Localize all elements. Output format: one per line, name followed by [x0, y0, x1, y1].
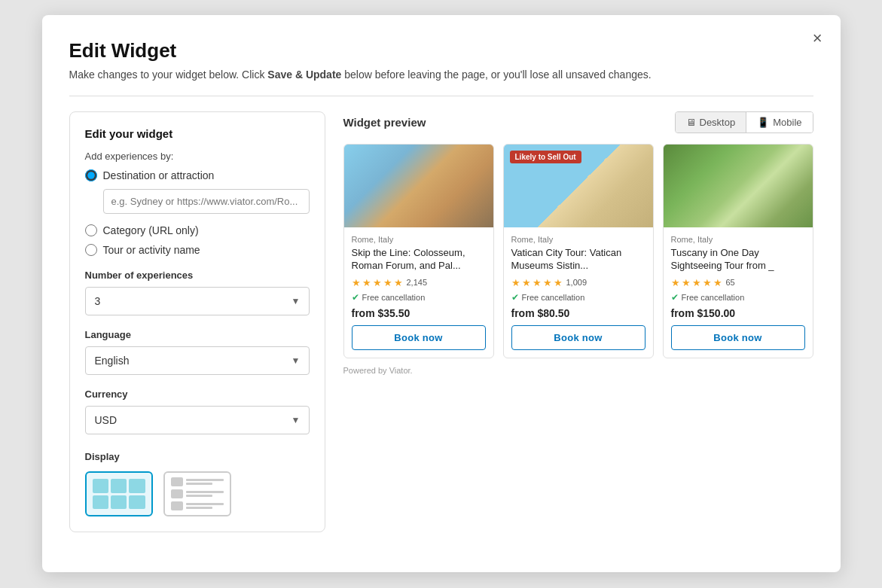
- rating-stars: ★★★★★ 2,145: [352, 277, 486, 288]
- radio-destination[interactable]: Destination or attraction: [85, 169, 310, 181]
- sell-out-badge: Likely to Sell Out: [510, 151, 581, 163]
- mobile-view-btn[interactable]: 📱 Mobile: [746, 112, 812, 133]
- half-star-icon: ★: [394, 277, 403, 288]
- star-icon: ★: [543, 277, 552, 288]
- product-card: Rome, Italy Skip the Line: Colosseum, Ro…: [343, 144, 494, 358]
- price: from $150.00: [671, 307, 805, 319]
- free-cancellation: ✔ Free cancellation: [671, 292, 805, 303]
- mobile-label: Mobile: [773, 117, 801, 128]
- star-icon: ★: [692, 277, 701, 288]
- star-icon: ★: [352, 277, 361, 288]
- display-options: [85, 471, 310, 516]
- left-panel: Edit your widget Add experiences by: Des…: [69, 111, 325, 532]
- display-label: Display: [85, 451, 310, 462]
- language-wrapper: English Spanish French ▼: [85, 346, 310, 375]
- card-image: [344, 145, 493, 227]
- currency-label: Currency: [85, 388, 310, 400]
- panel-title: Edit your widget: [85, 127, 310, 140]
- card-location: Rome, Italy: [671, 235, 805, 244]
- card-location: Rome, Italy: [511, 235, 645, 244]
- check-icon: ✔: [671, 292, 679, 303]
- modal-subtitle: Make changes to your widget below. Click…: [69, 69, 813, 81]
- star-icon: ★: [671, 277, 680, 288]
- book-now-button[interactable]: Book now: [352, 325, 486, 350]
- half-star-icon: ★: [713, 277, 722, 288]
- currency-select[interactable]: USD EUR GBP: [85, 406, 310, 434]
- card-body: Rome, Italy Vatican City Tour: Vatican M…: [504, 227, 653, 358]
- card-body: Rome, Italy Skip the Line: Colosseum, Ro…: [344, 227, 493, 358]
- destination-label: Destination or attraction: [103, 169, 215, 181]
- num-experiences-label: Number of experiences: [85, 270, 310, 281]
- modal-body: Edit your widget Add experiences by: Des…: [69, 111, 813, 532]
- desktop-view-btn[interactable]: 🖥 Desktop: [676, 112, 746, 133]
- desktop-icon: 🖥: [686, 117, 696, 128]
- rating-stars: ★★★★★ 65: [671, 277, 805, 288]
- preview-header: Widget preview 🖥 Desktop 📱 Mobile: [343, 111, 813, 133]
- product-card: Rome, Italy Tuscany in One Day Sightseei…: [663, 144, 813, 358]
- display-grid-option[interactable]: [85, 471, 153, 516]
- desktop-label: Desktop: [700, 117, 736, 128]
- preview-title: Widget preview: [343, 116, 426, 129]
- free-cancel-label: Free cancellation: [682, 293, 745, 302]
- view-toggle: 🖥 Desktop 📱 Mobile: [675, 111, 813, 133]
- check-icon: ✔: [511, 292, 519, 303]
- review-count: 1,009: [566, 278, 587, 287]
- card-image: Likely to Sell Out: [504, 145, 653, 227]
- modal-title: Edit Widget: [69, 39, 813, 62]
- language-select[interactable]: English Spanish French: [85, 346, 310, 375]
- destination-input[interactable]: [103, 189, 310, 214]
- radio-tour[interactable]: Tour or activity name: [85, 244, 310, 256]
- language-label: Language: [85, 329, 310, 340]
- add-by-label: Add experiences by:: [85, 151, 310, 162]
- free-cancellation: ✔ Free cancellation: [511, 292, 645, 303]
- card-location: Rome, Italy: [352, 235, 486, 244]
- grid-icon: [87, 473, 151, 515]
- book-now-button[interactable]: Book now: [671, 325, 805, 350]
- powered-by: Powered by Viator.: [343, 366, 813, 375]
- book-now-button[interactable]: Book now: [511, 325, 645, 350]
- price: from $35.50: [352, 307, 486, 319]
- radio-category[interactable]: Category (URL only): [85, 224, 310, 236]
- star-icon: ★: [682, 277, 691, 288]
- review-count: 2,145: [407, 278, 428, 287]
- star-icon: ★: [511, 277, 520, 288]
- rating-stars: ★★★★★ 1,009: [511, 277, 645, 288]
- card-title: Vatican City Tour: Vatican Museums Sisti…: [511, 247, 645, 273]
- product-card: Likely to Sell Out Rome, Italy Vatican C…: [503, 144, 654, 358]
- star-icon: ★: [533, 277, 542, 288]
- tour-label: Tour or activity name: [103, 244, 200, 256]
- star-icon: ★: [522, 277, 531, 288]
- num-experiences-wrapper: 1 2 3 4 5 ▼: [85, 287, 310, 315]
- currency-wrapper: USD EUR GBP ▼: [85, 406, 310, 434]
- num-experiences-select[interactable]: 1 2 3 4 5: [85, 287, 310, 315]
- free-cancel-label: Free cancellation: [362, 293, 426, 302]
- radio-group: Destination or attraction Category (URL …: [85, 169, 310, 256]
- card-title: Tuscany in One Day Sightseeing Tour from…: [671, 247, 805, 273]
- category-label: Category (URL only): [103, 224, 199, 236]
- review-count: 65: [726, 278, 735, 287]
- mobile-icon: 📱: [757, 117, 769, 128]
- edit-widget-modal: × Edit Widget Make changes to your widge…: [42, 15, 841, 572]
- star-icon: ★: [703, 277, 712, 288]
- half-star-icon: ★: [554, 277, 563, 288]
- price: from $80.50: [511, 307, 645, 319]
- display-list-option[interactable]: [163, 471, 231, 516]
- check-icon: ✔: [352, 292, 359, 303]
- right-panel: Widget preview 🖥 Desktop 📱 Mobile Rome, …: [343, 111, 813, 532]
- cards-container: Rome, Italy Skip the Line: Colosseum, Ro…: [343, 144, 813, 358]
- card-body: Rome, Italy Tuscany in One Day Sightseei…: [664, 227, 813, 358]
- close-button[interactable]: ×: [813, 30, 822, 47]
- star-icon: ★: [383, 277, 392, 288]
- free-cancellation: ✔ Free cancellation: [352, 292, 486, 303]
- divider: [69, 96, 813, 96]
- free-cancel-label: Free cancellation: [522, 293, 585, 302]
- list-icon: [165, 471, 230, 516]
- card-image: [664, 145, 813, 227]
- star-icon: ★: [362, 277, 371, 288]
- card-title: Skip the Line: Colosseum, Roman Forum, a…: [352, 247, 486, 273]
- star-icon: ★: [373, 277, 382, 288]
